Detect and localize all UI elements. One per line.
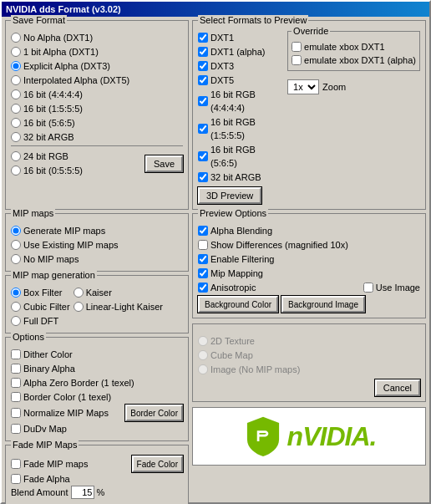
prev-use-image-check[interactable] [363,283,373,293]
cancel-button[interactable]: Cancel [375,379,420,396]
fade-mip-maps-check-label[interactable]: Fade MIP maps [11,457,88,471]
prev-show-diff[interactable]: Show Differences (magnified 10x) [198,238,420,252]
prev-mip-mapping-check[interactable] [198,268,208,278]
save-format-16bit-1555[interactable]: 16 bit (1:5:5:5) [11,102,183,115]
override-emulate-xbox-alpha[interactable]: emulate xbox DXT1 (alpha) [292,53,416,67]
tex-cube-radio [198,350,208,360]
opt-alpha-zero-border[interactable]: Alpha Zero Border (1 texel) [11,376,183,389]
zoom-select[interactable]: 1x 2x 4x 8x [287,79,319,94]
opt-dudv-map[interactable]: DuDv Map [11,422,183,435]
opt-binary-alpha-check[interactable] [11,364,21,374]
mip-full-dft[interactable]: Full DFT [11,314,70,328]
save-format-options: No Alpha (DXT1) 1 bit Alpha (DXT1) Expli… [11,31,183,144]
override-emulate-xbox[interactable]: emulate xbox DXT1 [292,40,416,53]
save-format-24bit-rgb-radio[interactable] [11,151,21,161]
mip-use-existing-radio[interactable] [11,240,21,250]
mip-generation-group: MIP map generation Box Filter Cubic Filt… [5,275,189,333]
save-format-16bit-0555[interactable]: 16 bit (0:5:5:5) [11,164,142,177]
mip-full-dft-radio[interactable] [11,316,21,326]
prev-use-image[interactable]: Use Image [363,281,420,294]
save-format-1bit-alpha[interactable]: 1 bit Alpha (DXT1) [11,45,183,59]
format-16bit-4444[interactable]: 16 bit RGB (4:4:4:4) [198,88,282,115]
prev-anisotropic-check[interactable] [198,283,208,293]
format-16bit-1555-check[interactable] [198,124,208,134]
save-format-interpolated-alpha[interactable]: Interpolated Alpha (DXT5) [11,74,183,87]
mip-kaiser-radio[interactable] [74,288,84,298]
preview-3d-button[interactable]: 3D Preview [198,187,261,204]
opt-dither-color-check[interactable] [11,349,21,359]
prev-alpha-blending-check[interactable] [198,226,208,236]
mip-linear-light[interactable]: Linear-Light Kaiser [74,300,163,313]
fade-mip-maps-checkbox[interactable] [11,459,21,469]
fade-color-button[interactable]: Fade Color [132,456,183,472]
format-16bit-565-check[interactable] [198,151,208,161]
opt-alpha-zero-border-check[interactable] [11,378,21,388]
format-dxt1[interactable]: DXT1 [198,31,282,44]
save-format-32bit-argb-radio[interactable] [11,132,21,142]
prev-anisotropic[interactable]: Anisotropic [198,281,256,294]
opt-border-color-check[interactable] [11,392,21,402]
format-dxt1-alpha[interactable]: DXT1 (alpha) [198,45,282,59]
background-image-button[interactable]: Background Image [281,296,365,313]
mip-linear-light-radio[interactable] [74,302,84,312]
save-format-interpolated-alpha-radio[interactable] [11,75,21,85]
mip-box-filter-radio[interactable] [11,288,21,298]
format-dxt1-alpha-check[interactable] [198,47,208,57]
save-format-32bit-argb[interactable]: 32 bit ARGB [11,130,183,144]
border-color-button[interactable]: Border Color [125,405,183,421]
blend-amount-label: Blend Amount [11,487,68,497]
save-format-label: Save Format [11,15,67,25]
format-dxt5-check[interactable] [198,75,208,85]
save-format-explicit-alpha-radio[interactable] [11,61,21,71]
save-format-16bit-0555-radio[interactable] [11,165,21,176]
save-format-1bit-alpha-radio[interactable] [11,47,21,57]
fade-alpha-check-label[interactable]: Fade Alpha [11,472,183,486]
format-16bit-4444-check[interactable] [198,96,208,106]
fade-alpha-checkbox[interactable] [11,474,21,484]
opt-binary-alpha[interactable]: Binary Alpha [11,362,183,375]
mip-generate[interactable]: Generate MIP maps [11,224,183,237]
prev-show-diff-check[interactable] [198,240,208,250]
save-format-24bit-rgb[interactable]: 24 bit RGB [11,150,142,163]
opt-border-color[interactable]: Border Color (1 texel) [11,390,183,404]
format-32bit-argb-check[interactable] [198,172,208,182]
save-format-16bit-4444-radio[interactable] [11,89,21,99]
blend-amount-input[interactable]: 15 [71,486,94,499]
save-button[interactable]: Save [145,155,183,172]
save-format-16bit-565-radio[interactable] [11,118,21,128]
prev-enable-filtering-check[interactable] [198,254,208,264]
save-format-16bit-1555-radio[interactable] [11,104,21,114]
save-format-no-alpha-radio[interactable] [11,33,21,43]
save-format-explicit-alpha[interactable]: Explicit Alpha (DXT3) [11,59,183,73]
format-16bit-1555[interactable]: 16 bit RGB (1:5:5:5) [198,115,282,142]
format-dxt3[interactable]: DXT3 [198,59,282,73]
save-format-16bit-4444[interactable]: 16 bit (4:4:4:4) [11,88,183,101]
format-dxt1-check[interactable] [198,33,208,43]
opt-dudv-map-check[interactable] [11,424,21,434]
mip-generate-radio[interactable] [11,226,21,236]
opt-normalize-mip[interactable]: Normalize MIP Maps [11,406,109,420]
mip-no-mip-radio[interactable] [11,254,21,264]
prev-alpha-blending[interactable]: Alpha Blending [198,224,420,237]
mip-use-existing[interactable]: Use Existing MIP maps [11,238,183,252]
prev-mip-mapping[interactable]: Mip Mapping [198,267,420,280]
mip-cubic-filter-radio[interactable] [11,302,21,312]
mip-cubic-filter[interactable]: Cubic Filter [11,300,70,313]
mip-maps-group: MIP maps Generate MIP maps Use Existing … [5,213,189,272]
mip-box-filter[interactable]: Box Filter [11,286,70,299]
prev-enable-filtering[interactable]: Enable Filtering [198,252,420,266]
save-format-16bit-565[interactable]: 16 bit (5:6:5) [11,116,183,130]
mip-kaiser[interactable]: Kaiser [74,286,163,299]
zoom-row: 1x 2x 4x 8x Zoom [287,79,420,94]
format-dxt5[interactable]: DXT5 [198,74,282,87]
save-format-no-alpha[interactable]: No Alpha (DXT1) [11,31,183,44]
format-32bit-argb[interactable]: 32 bit ARGB [198,171,282,184]
format-dxt3-check[interactable] [198,61,208,71]
override-emulate-xbox-alpha-check[interactable] [292,55,302,65]
opt-normalize-mip-check[interactable] [11,408,21,418]
mip-no-mip[interactable]: No MIP maps [11,252,183,266]
format-16bit-565[interactable]: 16 bit RGB (5:6:5) [198,143,282,170]
override-emulate-xbox-check[interactable] [292,42,302,52]
background-color-button[interactable]: Background Color [198,296,278,313]
opt-dither-color[interactable]: Dither Color [11,348,183,361]
